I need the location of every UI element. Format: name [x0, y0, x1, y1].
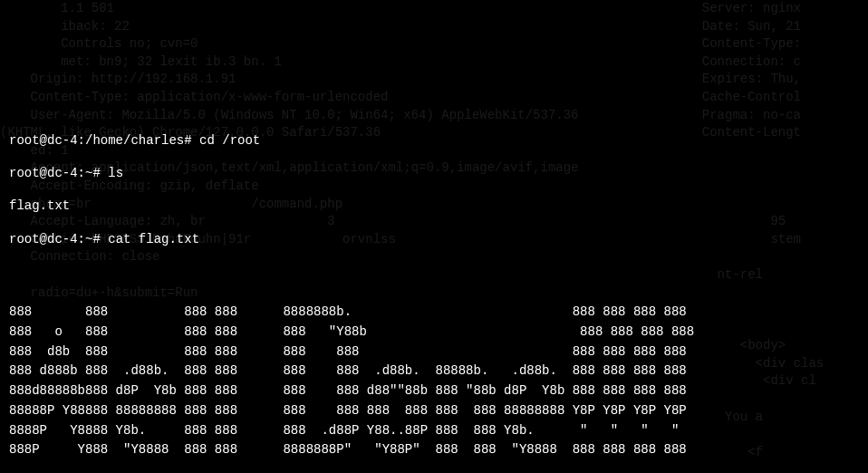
shell-prompt: root@dc-4:/home/charles# [9, 133, 192, 148]
ascii-art-banner: 888 888 888 888 8888888b. 888 888 888 88… [9, 264, 859, 460]
shell-command: cd /root [192, 133, 261, 148]
shell-prompt: root@dc-4:~# [9, 232, 101, 246]
terminal-output: root@dc-4:/home/charles# cd /root root@d… [0, 115, 868, 473]
prompt-line: root@dc-4:~# ls [9, 165, 859, 181]
shell-command: cat flag.txt [101, 232, 199, 246]
prompt-line: root@dc-4:~# cat flag.txt [9, 231, 859, 247]
output-line: flag.txt [9, 198, 859, 214]
shell-command: ls [101, 166, 123, 180]
shell-prompt: root@dc-4:~# [9, 166, 101, 180]
prompt-line: root@dc-4:/home/charles# cd /root [9, 132, 859, 149]
